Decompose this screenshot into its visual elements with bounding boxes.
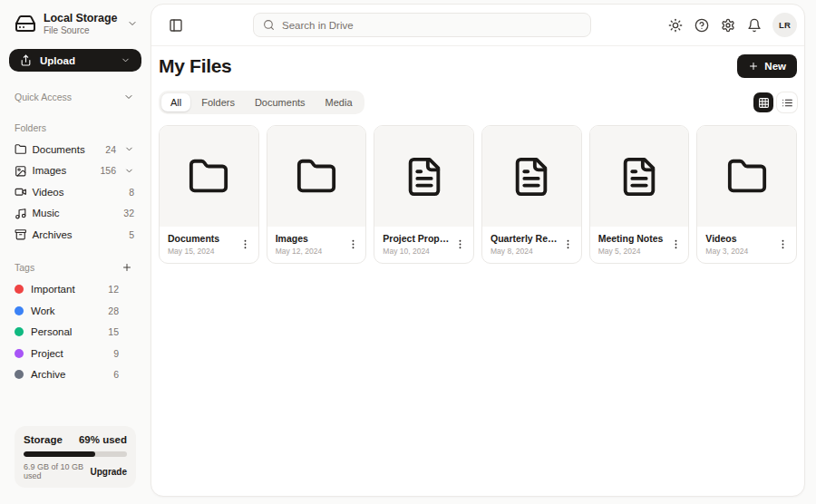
file-card[interactable]: Documents May 15, 2024 [159,125,259,264]
sidebar-tag-item[interactable]: Work 28 [0,300,151,322]
theme-toggle-button[interactable] [664,14,687,37]
file-date: May 15, 2024 [168,247,237,256]
grid-view-button[interactable] [753,92,773,112]
file-card-footer: Project Proposal May 10, 2024 [374,227,473,263]
file-card[interactable]: Meeting Notes May 5, 2024 [589,125,690,264]
file-type-icon [726,156,768,198]
search-input[interactable] [282,20,581,31]
list-icon [782,97,793,109]
folders-list: Documents 24 Images 156 Videos 8 [0,139,151,246]
sidebar-tag-item[interactable]: Important 12 [0,279,151,301]
file-card-preview [160,126,258,227]
tag-color-dot [15,370,24,379]
file-name: Images [276,233,345,244]
file-menu-button[interactable] [237,235,255,253]
tag-color-dot [15,327,24,336]
storage-footer-row: 6.9 GB of 10 GB used Upgrade [24,462,127,480]
settings-button[interactable] [716,14,740,37]
filter-tab[interactable]: Documents [246,93,315,111]
file-type-icon [296,156,337,198]
sidebar-folder-item[interactable]: Videos 8 [0,181,151,203]
sun-icon [668,18,683,33]
filter-tab[interactable]: Folders [192,93,244,111]
chevron-down-icon [121,55,131,65]
view-toggles [753,92,797,112]
main-panel: LR My Files New All Folders Docume [151,4,805,497]
filter-tab[interactable]: Media [316,93,362,111]
sidebar-tag-item[interactable]: Archive 6 [0,364,151,386]
sidebar-tag-item[interactable]: Personal 15 [0,322,151,344]
help-circle-icon [695,18,709,33]
file-menu-button[interactable] [452,235,470,253]
upgrade-button[interactable]: Upgrade [90,467,127,477]
sidebar-folder-item[interactable]: Music 32 [0,203,151,225]
chevron-down-icon[interactable] [124,166,134,176]
storage-progress-bar [24,451,127,457]
file-menu-button[interactable] [666,235,685,253]
sidebar-folder-item[interactable]: Images 156 [0,160,151,182]
topbar: LR [151,5,804,46]
user-avatar[interactable]: LR [772,13,797,37]
file-menu-button[interactable] [774,235,792,253]
file-card-footer: Quarterly Report May 8, 2024 [482,227,581,263]
add-tag-button[interactable] [121,261,134,274]
new-button[interactable]: New [737,54,797,78]
sidebar-toggle-button[interactable] [164,14,188,37]
chevron-down-icon[interactable] [124,144,134,154]
main-content: My Files New All Folders Documents Media [151,46,804,496]
tag-count: 12 [108,284,119,295]
folder-type-icon [15,143,27,156]
chevron-down-icon [127,18,138,29]
quick-access-toggle[interactable]: Quick Access [0,92,151,102]
folder-type-icon [15,186,27,199]
filter-tabs: All Folders Documents Media [159,91,364,114]
folder-count: 32 [123,208,134,218]
file-name: Meeting Notes [598,233,667,244]
file-card[interactable]: Videos May 3, 2024 [696,125,797,264]
kebab-menu-icon [454,238,466,250]
new-button-label: New [764,61,786,72]
storage-source-selector[interactable]: Local Storage File Source [0,12,151,35]
file-date: May 3, 2024 [705,247,774,256]
plus-icon [748,61,759,72]
tag-name: Work [31,305,102,316]
file-card[interactable]: Images May 12, 2024 [267,125,367,264]
grid-icon [758,97,770,109]
title-row: My Files New [159,54,797,78]
file-date: May 8, 2024 [491,247,559,256]
file-card-footer: Meeting Notes May 5, 2024 [590,227,689,263]
file-card[interactable]: Project Proposal May 10, 2024 [374,125,474,264]
file-name: Documents [168,233,237,244]
file-menu-button[interactable] [559,235,578,253]
kebab-menu-icon [670,238,682,250]
upload-icon [20,54,32,66]
sidebar-folder-item[interactable]: Archives 5 [0,224,151,246]
search-icon [263,19,275,31]
list-view-button[interactable] [777,92,797,112]
help-button[interactable] [690,14,714,37]
sidebar-tag-item[interactable]: Project 9 [0,343,151,364]
storage-percent-used: 69% used [79,434,127,445]
sidebar-folder-item[interactable]: Documents 24 [0,139,151,160]
filter-tab[interactable]: All [161,93,190,111]
file-menu-button[interactable] [344,235,362,253]
tags-section-header: Tags [0,261,151,274]
file-card[interactable]: Quarterly Report May 8, 2024 [481,125,582,264]
page-title: My Files [159,55,231,77]
gear-icon [721,18,735,33]
file-type-icon [403,156,445,198]
source-labels: Local Storage File Source [44,12,120,35]
folder-count: 8 [129,187,134,198]
kebab-menu-icon [239,238,251,250]
search-bar[interactable] [253,13,591,37]
bell-icon [747,18,762,33]
file-card-footer: Documents May 15, 2024 [160,227,258,263]
topbar-actions: LR [664,13,797,37]
storage-usage-text: 6.9 GB of 10 GB used [24,462,90,480]
storage-panel: Storage 69% used 6.9 GB of 10 GB used Up… [15,426,136,488]
tag-count: 9 [113,348,119,359]
file-name: Videos [705,233,774,244]
upload-button[interactable]: Upload [9,49,141,72]
folder-name: Documents [33,144,101,155]
notifications-button[interactable] [743,14,766,37]
